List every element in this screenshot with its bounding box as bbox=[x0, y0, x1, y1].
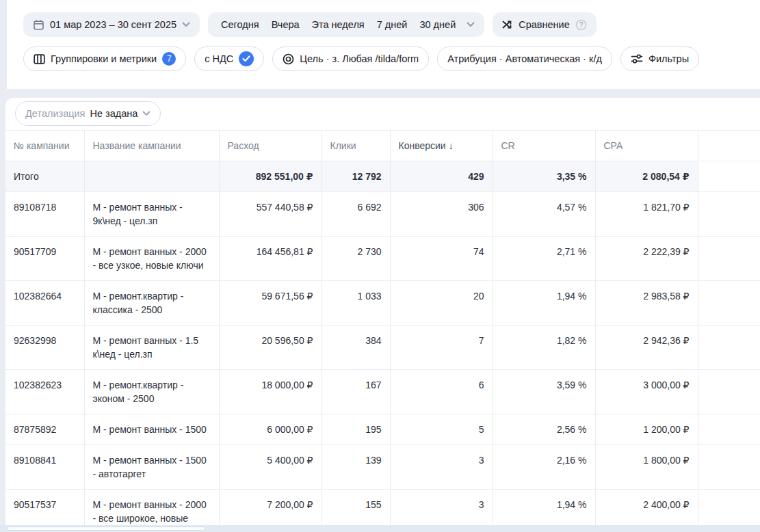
goal-chip[interactable]: Цель · з. Любая /tilda/form bbox=[272, 46, 429, 71]
table-row: 89108718 М - ремонт ванных - 9к\нед - це… bbox=[5, 192, 760, 237]
totals-conversions: 429 bbox=[390, 161, 493, 192]
col-cost[interactable]: Расход bbox=[219, 131, 322, 161]
horizontal-scrollbar[interactable] bbox=[0, 525, 760, 532]
conversions-cell: 7 bbox=[390, 325, 493, 370]
col-campaign-id[interactable]: № кампании bbox=[5, 131, 84, 161]
help-icon[interactable]: ? bbox=[575, 19, 587, 31]
col-campaign-name[interactable]: Название кампании bbox=[84, 131, 219, 161]
empty-cell bbox=[698, 370, 760, 414]
campaign-name: М - ремонт ванных - 1.5 к\нед - цел.зп bbox=[84, 325, 219, 370]
conversions-cell: 306 bbox=[390, 192, 493, 237]
totals-clicks: 12 792 bbox=[322, 161, 390, 192]
totals-cr: 3,35 % bbox=[493, 161, 595, 192]
vat-chip[interactable]: с НДС bbox=[194, 46, 264, 71]
campaign-name: М - ремонт ванных - 2000 - все узкое, но… bbox=[84, 237, 219, 281]
campaigns-table: № кампании Название кампании Расход Клик… bbox=[5, 130, 760, 532]
filter-panel: 01 мар 2023 – 30 сент 2025 Сегодня Вчера… bbox=[7, 0, 760, 89]
chevron-down-icon bbox=[182, 22, 190, 27]
col-clicks[interactable]: Клики bbox=[322, 131, 390, 161]
campaign-name: М - ремонт ванных - 1500 - автотаргет bbox=[84, 445, 219, 490]
cost-cell: 6 000,00 ₽ bbox=[219, 414, 322, 445]
quick-range-yesterday[interactable]: Вчера bbox=[265, 19, 306, 30]
clicks-cell: 195 bbox=[322, 414, 390, 445]
col-empty bbox=[698, 131, 760, 161]
empty-cell bbox=[698, 325, 760, 370]
cost-cell: 18 000,00 ₽ bbox=[219, 370, 322, 414]
campaign-id: 92632998 bbox=[5, 325, 84, 370]
count-badge: 7 bbox=[162, 52, 176, 66]
cpa-cell: 1 800,00 ₽ bbox=[595, 445, 698, 490]
date-range-chip[interactable]: 01 мар 2023 – 30 сент 2025 bbox=[23, 12, 200, 37]
empty-cell bbox=[698, 192, 760, 237]
conversions-cell: 20 bbox=[390, 281, 493, 325]
conversions-cell: 3 bbox=[390, 445, 493, 490]
chevron-down-icon[interactable] bbox=[467, 22, 475, 27]
sliders-icon bbox=[631, 53, 643, 64]
conversions-cell: 6 bbox=[390, 370, 493, 414]
campaign-id: 102382623 bbox=[5, 370, 84, 414]
totals-name-cell bbox=[84, 161, 219, 192]
totals-cpa: 2 080,54 ₽ bbox=[595, 161, 698, 192]
quick-range-this-week[interactable]: Эта неделя bbox=[306, 19, 371, 30]
groupings-label: Группировки и метрики bbox=[51, 53, 157, 64]
sort-desc-icon: ↓ bbox=[449, 140, 454, 151]
target-icon bbox=[283, 53, 294, 65]
quick-range-group: Сегодня Вчера Эта неделя 7 дней 30 дней bbox=[208, 12, 484, 37]
col-cpa[interactable]: CPA bbox=[595, 131, 698, 161]
cost-cell: 5 400,00 ₽ bbox=[219, 445, 322, 490]
report-panel: Детализация Не задана № кампании Названи… bbox=[5, 98, 760, 532]
cr-cell: 2,71 % bbox=[493, 237, 595, 281]
cr-cell: 1,94 % bbox=[493, 281, 595, 325]
col-conversions[interactable]: Конверсии↓ bbox=[390, 131, 493, 161]
columns-icon bbox=[34, 54, 45, 64]
campaign-name: М - ремонт.квартир - классика - 2500 bbox=[84, 281, 219, 325]
compare-shuffle-icon bbox=[502, 19, 513, 30]
totals-label: Итого bbox=[5, 161, 84, 192]
cr-cell: 3,59 % bbox=[493, 370, 595, 414]
cpa-cell: 3 000,00 ₽ bbox=[595, 370, 698, 414]
date-range-label: 01 мар 2023 – 30 сент 2025 bbox=[50, 19, 176, 30]
detalization-value: Не задана bbox=[90, 108, 137, 119]
attribution-label: Атрибуция · Автоматическая · к/д bbox=[447, 53, 602, 64]
quick-range-today[interactable]: Сегодня bbox=[215, 19, 265, 30]
campaign-id: 87875892 bbox=[5, 414, 84, 445]
empty-cell bbox=[698, 161, 760, 192]
scrollbar-thumb[interactable] bbox=[7, 527, 205, 531]
goal-label: Цель · з. Любая /tilda/form bbox=[300, 53, 419, 64]
svg-text:?: ? bbox=[579, 21, 584, 29]
quick-range-7-days[interactable]: 7 дней bbox=[371, 19, 414, 30]
col-cr[interactable]: CR bbox=[493, 131, 595, 161]
clicks-cell: 1 033 bbox=[322, 281, 390, 325]
cpa-cell: 2 983,58 ₽ bbox=[595, 281, 698, 325]
cpa-cell: 2 942,36 ₽ bbox=[595, 325, 698, 370]
clicks-cell: 167 bbox=[322, 370, 390, 414]
campaign-name: М - ремонт ванных - 9к\нед - цел.зп bbox=[84, 192, 219, 237]
cr-cell: 2,16 % bbox=[493, 445, 595, 490]
filters-chip[interactable]: Фильтры bbox=[620, 46, 699, 71]
campaign-id: 102382664 bbox=[5, 281, 84, 325]
cpa-cell: 1 821,70 ₽ bbox=[595, 192, 698, 237]
empty-cell bbox=[698, 237, 760, 281]
quick-range-30-days[interactable]: 30 дней bbox=[413, 19, 462, 30]
vat-label: с НДС bbox=[205, 53, 233, 64]
detalization-select[interactable]: Детализация Не задана bbox=[15, 101, 161, 126]
attribution-chip[interactable]: Атрибуция · Автоматическая · к/д bbox=[437, 46, 612, 71]
filter-row-1: 01 мар 2023 – 30 сент 2025 Сегодня Вчера… bbox=[23, 12, 749, 37]
table-row: 89108841 М - ремонт ванных - 1500 - авто… bbox=[5, 445, 760, 490]
cost-cell: 20 596,50 ₽ bbox=[219, 325, 322, 370]
empty-cell bbox=[698, 445, 760, 490]
cost-cell: 59 671,56 ₽ bbox=[219, 281, 322, 325]
table-row: 92632998 М - ремонт ванных - 1.5 к\нед -… bbox=[5, 325, 760, 370]
table-row: 90517709 М - ремонт ванных - 2000 - все … bbox=[5, 237, 760, 281]
comparison-chip[interactable]: Сравнение ? bbox=[493, 12, 597, 37]
cpa-cell: 1 200,00 ₽ bbox=[595, 414, 698, 445]
clicks-cell: 384 bbox=[322, 325, 390, 370]
cr-cell: 2,56 % bbox=[493, 414, 595, 445]
campaign-name: М - ремонт.квартир - эконом - 2500 bbox=[84, 370, 219, 414]
table-row: 102382623 М - ремонт.квартир - эконом - … bbox=[5, 370, 760, 414]
table-row: 87875892 М - ремонт ванных - 1500 6 000,… bbox=[5, 414, 760, 445]
totals-row: Итого 892 551,00 ₽ 12 792 429 3,35 % 2 0… bbox=[5, 161, 760, 192]
vat-checkbox[interactable] bbox=[239, 51, 254, 66]
groupings-metrics-chip[interactable]: Группировки и метрики 7 bbox=[23, 46, 186, 71]
detalization-label: Детализация bbox=[25, 108, 85, 119]
